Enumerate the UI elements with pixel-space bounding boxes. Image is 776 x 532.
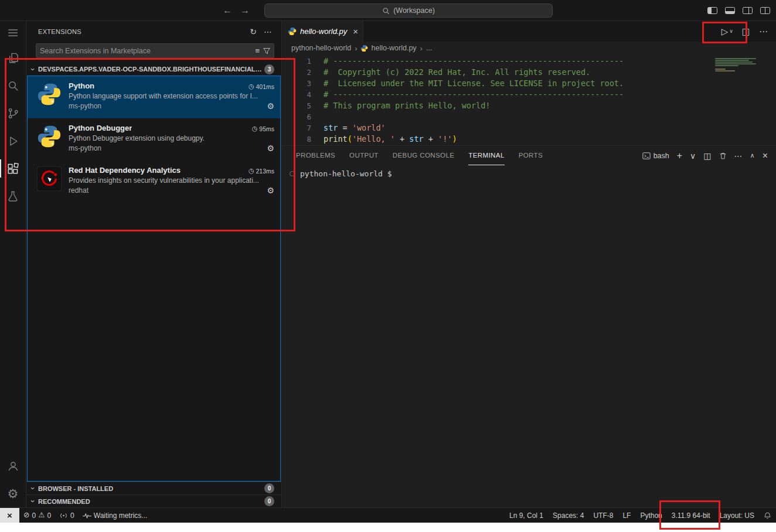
command-decoration-icon [290,171,295,176]
section-recommended[interactable]: › RECOMMENDED 0 [26,495,281,507]
run-python-file-button[interactable]: ▷ ∨ [721,27,733,36]
run-dropdown-chevron-icon[interactable]: ∨ [729,29,733,34]
refresh-icon[interactable]: ↻ [246,26,260,37]
split-terminal-icon[interactable]: ◫ [703,152,711,160]
activity-bar: ⚙ [0,21,26,507]
language-mode[interactable]: Python [635,508,666,523]
extensions-sidebar: EXTENSIONS ↻ ⋯ ≡ › DEVSPACES.APPS.VADER-… [26,21,282,507]
title-bar: ← → (Workspace) [0,0,776,21]
redhat-dependency-analytics-icon [37,166,62,191]
eol-sequence[interactable]: LF [618,508,635,523]
cursor-position[interactable]: Ln 9, Col 1 [505,508,548,523]
python-logo-icon [37,124,62,149]
tab-ports[interactable]: PORTS [519,146,543,165]
code-editor[interactable]: 1# -------------------------------------… [282,54,776,145]
shell-selector[interactable]: bash [642,152,669,160]
minimap[interactable] [715,58,760,72]
split-editor-icon[interactable]: ◫ [742,27,750,36]
tab-title: hello-world.py [300,27,349,36]
sidebar-item-run-debug[interactable] [0,127,26,155]
toggle-panel-icon[interactable] [725,7,735,14]
extension-row-python[interactable]: Python ◷ 401ms Python language support w… [28,76,280,118]
close-panel-icon[interactable]: × [763,151,768,161]
extension-row-redhat-dependency-analytics[interactable]: Red Hat Dependency Analytics ◷ 213ms Pro… [28,161,280,203]
encoding[interactable]: UTF-8 [588,508,618,523]
sidebar-item-explorer[interactable] [0,45,26,72]
extension-name: Python Debugger [69,124,132,132]
tab-debug-console[interactable]: DEBUG CONSOLE [393,146,455,165]
breadcrumb: python-hello-world › hello-world.py › ..… [282,42,776,54]
manage-gear-icon[interactable]: ⚙ [267,186,274,195]
terminal-view[interactable]: python-hello-world $ [282,165,776,178]
python-interpreter[interactable]: 3.11.9 64-bit [667,508,715,523]
remote-indicator[interactable]: × [0,508,19,523]
menu-button[interactable] [0,21,26,45]
files-icon [6,52,20,65]
manage-gear-icon[interactable]: ⚙ [267,144,274,152]
maximize-panel-icon[interactable]: ∧ [750,152,755,159]
extension-name: Red Hat Dependency Analytics [69,166,181,175]
section-count-badge: 0 [264,483,274,493]
code-line: 3# Licensed under the MIT License. See L… [282,78,776,89]
keyboard-layout[interactable]: Layout: US [715,508,759,523]
chevron-down-icon: › [29,497,38,506]
accounts-button[interactable] [0,452,26,480]
sidebar-item-search[interactable] [0,72,26,100]
clock-icon: ◷ [249,168,254,174]
customize-layout-icon[interactable] [760,7,770,14]
shell-name: bash [654,152,669,160]
close-tab-icon[interactable]: × [353,27,358,36]
terminal-dropdown-chevron-icon[interactable]: ∨ [690,152,696,160]
panel-more-actions-icon[interactable]: ⋯ [734,152,743,160]
manage-gear-icon[interactable]: ⚙ [267,102,274,110]
sidebar-item-testing[interactable] [0,182,26,210]
more-actions-icon[interactable]: ⋯ [260,26,275,37]
extensions-section-header[interactable]: › DEVSPACES.APPS.VADER-OCP-SANDBOX.BRIGH… [26,63,281,76]
section-browser-installed[interactable]: › BROWSER - INSTALLED 0 [26,482,281,495]
kill-terminal-icon[interactable] [719,152,727,160]
forward-icon[interactable]: → [240,6,250,15]
extensions-search-box[interactable]: ≡ [36,43,274,58]
chevron-right-icon: › [355,45,357,52]
indentation[interactable]: Spaces: 4 [548,508,588,523]
sidebar-item-extensions[interactable] [0,155,26,182]
extensions-search-input[interactable] [40,47,251,55]
code-line: 7str = 'world' [282,122,776,134]
toggle-secondary-sidebar-icon[interactable] [743,7,753,14]
sidebar-item-source-control[interactable] [0,100,26,127]
search-icon [6,79,20,93]
tab-problems[interactable]: PROBLEMS [296,146,335,165]
python-file-icon [288,27,297,36]
breadcrumb-folder[interactable]: python-hello-world [291,44,351,52]
extension-publisher: redhat [69,186,89,195]
settings-button[interactable]: ⚙ [0,480,26,507]
new-terminal-icon[interactable]: + [677,151,682,161]
back-icon[interactable]: ← [223,6,232,15]
problems-status[interactable]: ⊘ 0 ⚠ 0 [19,508,55,523]
metrics-status[interactable]: Waiting metrics... [79,508,152,523]
notifications-button[interactable] [759,508,776,523]
toggle-primary-sidebar-icon[interactable] [707,7,717,14]
search-icon [382,7,390,15]
clear-filter-icon[interactable]: ≡ [255,47,260,54]
error-icon: ⊘ [23,511,29,519]
breadcrumb-symbol[interactable]: ... [426,44,432,52]
editor-more-actions-icon[interactable]: ⋯ [759,27,768,36]
extension-row-python-debugger[interactable]: Python Debugger ◷ 95ms Python Debugger e… [28,118,280,161]
pulse-icon [83,513,91,519]
workspace-search-label: (Workspace) [393,6,435,15]
tab-hello-world-py[interactable]: hello-world.py × [282,21,363,42]
tab-output[interactable]: OUTPUT [349,146,379,165]
source-control-icon [6,107,20,120]
extension-list: Python ◷ 401ms Python language support w… [27,76,281,482]
code-line: 6 [282,111,776,122]
run-debug-icon [6,135,19,148]
filter-funnel-icon[interactable] [263,47,270,54]
panel-tab-bar: PROBLEMS OUTPUT DEBUG CONSOLE TERMINAL P… [296,146,543,165]
tab-terminal[interactable]: TERMINAL [468,146,504,165]
command-center[interactable]: (Workspace) [264,4,553,18]
terminal-icon [642,152,651,160]
breadcrumb-file[interactable]: hello-world.py [360,44,416,52]
python-logo-icon [37,82,62,107]
ports-status[interactable]: 0 [55,508,79,523]
